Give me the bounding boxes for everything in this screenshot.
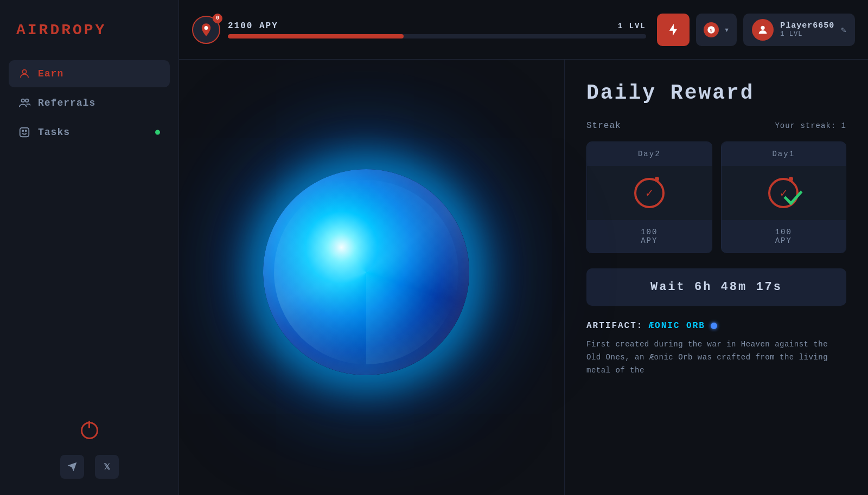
notification-badge: 0	[213, 14, 222, 23]
avatar-badge: 0	[192, 16, 220, 44]
coin-dropdown-button[interactable]: $ ▾	[696, 14, 737, 46]
orb-container	[263, 169, 480, 386]
xp-labels: 2100 APY 1 LVL	[228, 21, 646, 31]
coin-icon: $	[704, 22, 719, 37]
orb-section	[179, 60, 564, 495]
xp-bar-fill	[228, 34, 404, 38]
artifact-dot	[711, 323, 717, 329]
twitter-button[interactable]: 𝕏	[95, 455, 119, 479]
users-icon	[18, 97, 30, 109]
svg-point-1	[22, 99, 25, 102]
svg-text:$: $	[710, 28, 712, 33]
edit-icon[interactable]: ✎	[841, 24, 846, 35]
day2-header: Day2	[587, 142, 712, 166]
day-cards: Day2 ✓ 100APY Day1	[586, 142, 846, 253]
telegram-button[interactable]	[60, 455, 84, 479]
profile-info: Player6650 1 LVL	[780, 21, 834, 38]
earn-label: Earn	[38, 68, 63, 79]
sidebar-bottom: 𝕏	[0, 419, 178, 479]
wait-label: Wait 6h 48m 17s	[650, 280, 782, 294]
streak-row: Streak Your streak: 1	[586, 121, 846, 131]
content-area: Daily Reward Streak Your streak: 1 Day2 …	[179, 60, 868, 495]
tasks-notification-dot	[155, 130, 160, 135]
profile-button[interactable]: Player6650 1 LVL ✎	[743, 14, 855, 46]
header: 0 2100 APY 1 LVL	[179, 0, 868, 60]
profile-level: 1 LVL	[780, 30, 834, 38]
logo: AIRDROPY	[0, 22, 178, 38]
tasks-label: Tasks	[38, 127, 70, 138]
streak-value: Your streak: 1	[775, 121, 846, 130]
svg-point-10	[761, 25, 765, 29]
nav-list: Earn Referrals	[0, 60, 178, 146]
sidebar: AIRDROPY Earn Referrals	[0, 0, 179, 495]
header-buttons: $ ▾ Player6650 1 LVL ✎	[657, 14, 855, 46]
xp-level: 1 LVL	[618, 22, 646, 30]
lightning-button[interactable]	[657, 14, 690, 46]
xp-amount: 2100 APY	[228, 21, 278, 31]
xp-bar-background	[228, 34, 646, 38]
reward-panel: Daily Reward Streak Your streak: 1 Day2 …	[564, 60, 868, 495]
day2-badge: ✓	[633, 177, 666, 209]
daily-reward-title: Daily Reward	[586, 81, 846, 105]
profile-name: Player6650	[780, 21, 834, 30]
green-check-overlay	[782, 189, 804, 210]
social-links: 𝕏	[60, 455, 119, 479]
day1-apy: 100APY	[775, 228, 792, 245]
day2-badge-ring: ✓	[634, 178, 665, 208]
svg-marker-7	[669, 24, 677, 36]
user-icon	[18, 68, 30, 80]
xp-info: 2100 APY 1 LVL	[228, 21, 646, 38]
power-icon	[81, 422, 98, 439]
aonic-orb[interactable]	[263, 169, 469, 375]
sidebar-item-tasks[interactable]: Tasks	[9, 119, 170, 146]
streak-label: Streak	[586, 121, 621, 131]
power-button[interactable]	[78, 419, 101, 442]
artifact-name: ÆONIC ORB	[648, 321, 705, 331]
sidebar-item-referrals[interactable]: Referrals	[9, 89, 170, 117]
main-content: 0 2100 APY 1 LVL	[179, 0, 868, 495]
day2-card: Day2 ✓ 100APY	[586, 142, 712, 253]
artifact-header: ARTIFACT: ÆONIC ORB	[586, 321, 846, 331]
twitter-x-icon: 𝕏	[104, 462, 110, 472]
svg-point-5	[25, 130, 27, 131]
sidebar-item-earn[interactable]: Earn	[9, 60, 170, 87]
svg-point-2	[25, 99, 29, 102]
day2-check-icon: ✓	[646, 186, 653, 201]
svg-point-4	[22, 130, 23, 131]
svg-point-0	[22, 70, 26, 74]
svg-rect-3	[20, 128, 29, 137]
xp-section: 0 2100 APY 1 LVL	[192, 16, 646, 44]
day1-icon: ✓	[722, 166, 846, 220]
face-icon	[18, 126, 30, 138]
artifact-label: ARTIFACT:	[586, 321, 643, 331]
artifact-description: First created during the war in Heaven a…	[586, 338, 846, 377]
day2-apy: 100APY	[641, 228, 658, 245]
day1-footer: 100APY	[722, 220, 846, 253]
day1-card: Day1 ✓	[721, 142, 847, 253]
wait-button[interactable]: Wait 6h 48m 17s	[586, 268, 846, 306]
chevron-down-icon: ▾	[724, 24, 730, 35]
profile-avatar	[752, 19, 774, 41]
day1-header: Day1	[722, 142, 846, 166]
app-name: AIRDROPY	[16, 22, 106, 38]
artifact-section: ARTIFACT: ÆONIC ORB First created during…	[586, 321, 846, 377]
day1-badge: ✓	[767, 177, 800, 209]
svg-point-6	[205, 26, 208, 30]
day2-footer: 100APY	[587, 220, 712, 253]
day2-icon: ✓	[587, 166, 712, 220]
referrals-label: Referrals	[38, 98, 95, 108]
